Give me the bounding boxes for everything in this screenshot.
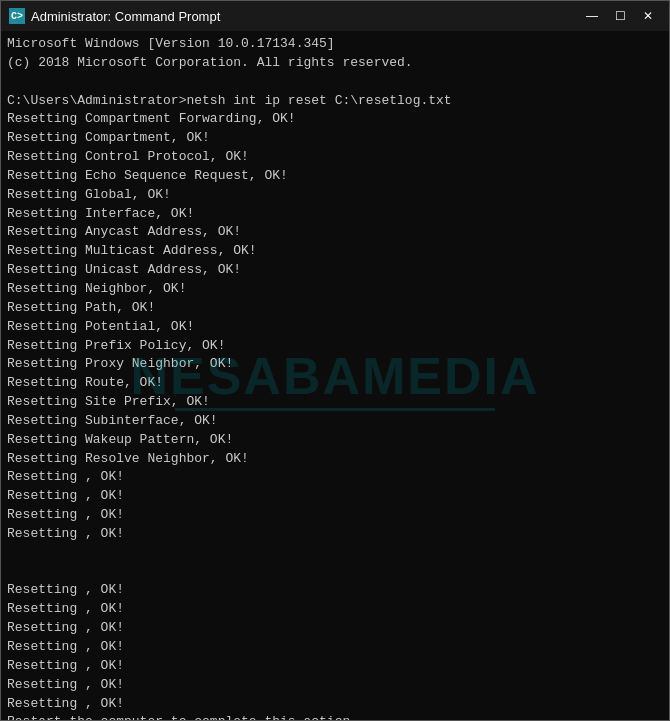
maximize-button[interactable]: ☐ [607,6,633,26]
console-line: Resetting Prefix Policy, OK! [7,337,663,356]
console-line: Resetting , OK! [7,600,663,619]
console-line: Resetting , OK! [7,695,663,714]
console-line: Resetting , OK! [7,506,663,525]
console-line: (c) 2018 Microsoft Corporation. All righ… [7,54,663,73]
console-line: Resetting Resolve Neighbor, OK! [7,450,663,469]
window-title: Administrator: Command Prompt [31,9,220,24]
window-controls: — ☐ ✕ [579,6,661,26]
console-output: NESABAMEDIA Microsoft Windows [Version 1… [1,31,669,720]
console-line: Resetting , OK! [7,638,663,657]
console-line: Microsoft Windows [Version 10.0.17134.34… [7,35,663,54]
console-line: Resetting Route, OK! [7,374,663,393]
console-line: Resetting , OK! [7,581,663,600]
titlebar: C> Administrator: Command Prompt — ☐ ✕ [1,1,669,31]
console-line: Resetting Control Protocol, OK! [7,148,663,167]
console-line: Resetting Neighbor, OK! [7,280,663,299]
console-line: C:\Users\Administrator>netsh int ip rese… [7,92,663,111]
console-lines: Microsoft Windows [Version 10.0.17134.34… [7,35,663,720]
console-line: Resetting Echo Sequence Request, OK! [7,167,663,186]
console-line: Resetting Anycast Address, OK! [7,223,663,242]
console-line [7,544,663,563]
close-button[interactable]: ✕ [635,6,661,26]
console-line: Resetting , OK! [7,468,663,487]
console-line: Resetting Unicast Address, OK! [7,261,663,280]
console-line: Restart the computer to complete this ac… [7,713,663,720]
console-line: Resetting Proxy Neighbor, OK! [7,355,663,374]
console-line: Resetting Potential, OK! [7,318,663,337]
console-line: Resetting , OK! [7,525,663,544]
console-line: Resetting , OK! [7,657,663,676]
console-line: Resetting Interface, OK! [7,205,663,224]
console-line: Resetting Multicast Address, OK! [7,242,663,261]
console-line: Resetting Path, OK! [7,299,663,318]
console-line: Resetting Global, OK! [7,186,663,205]
window: C> Administrator: Command Prompt — ☐ ✕ N… [0,0,670,721]
console-line: Resetting Subinterface, OK! [7,412,663,431]
console-line: Resetting Compartment Forwarding, OK! [7,110,663,129]
minimize-button[interactable]: — [579,6,605,26]
titlebar-left: C> Administrator: Command Prompt [9,8,220,24]
console-line [7,563,663,582]
console-line: Resetting , OK! [7,487,663,506]
console-line: Resetting Compartment, OK! [7,129,663,148]
console-line: Resetting , OK! [7,676,663,695]
console-line: Resetting Wakeup Pattern, OK! [7,431,663,450]
console-line: Resetting Site Prefix, OK! [7,393,663,412]
console-line [7,73,663,92]
cmd-icon: C> [9,8,25,24]
console-line: Resetting , OK! [7,619,663,638]
